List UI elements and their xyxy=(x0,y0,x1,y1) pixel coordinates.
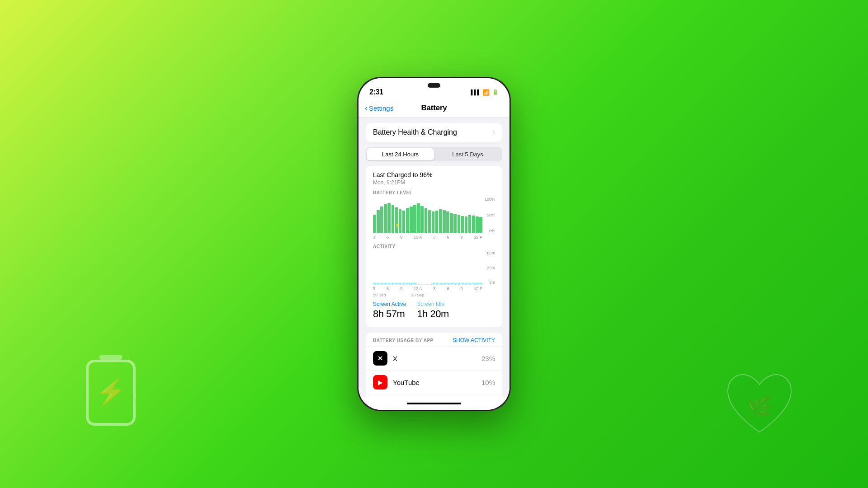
bg-battery-decoration: ⚡ xyxy=(84,353,138,429)
activity-bar-off-22 xyxy=(453,284,457,284)
battery-bar-20 xyxy=(446,211,449,233)
y-label-0m: 0m xyxy=(489,280,495,285)
x-label-12p: 12 P xyxy=(474,235,482,239)
battery-bar-2 xyxy=(380,206,383,233)
activity-bar-on-6 xyxy=(395,283,398,283)
x-label-6pm: 6 xyxy=(447,235,449,239)
y-label-100: 100% xyxy=(485,197,495,202)
usage-title: BATTERY USAGE BY APP xyxy=(373,338,434,343)
svg-text:🌿: 🌿 xyxy=(747,395,773,419)
x-label-12a: 12 A xyxy=(414,235,422,239)
battery-bar-1 xyxy=(377,210,380,233)
charging-marker: ⚡ xyxy=(395,223,400,228)
battery-level-chart: 100% 50% 0% ⚡ xyxy=(373,197,495,233)
screen-idle-value: 1h 20m xyxy=(417,308,448,320)
battery-bar-13 xyxy=(420,206,424,233)
activity-bar-on-9 xyxy=(406,283,409,283)
battery-bar-23 xyxy=(458,215,461,233)
battery-bar-26 xyxy=(468,215,472,233)
back-label[interactable]: Settings xyxy=(369,104,393,112)
activity-bar-on-18 xyxy=(439,283,442,283)
tab-24-hours[interactable]: Last 24 Hours xyxy=(367,148,434,160)
activity-bar-off-24 xyxy=(461,284,464,284)
battery-bar-21 xyxy=(450,213,453,233)
battery-bar-17 xyxy=(435,211,439,233)
activity-bar-on-8 xyxy=(402,283,406,283)
phone-frame: 2:31 ▌▌▌ 📶 🔋 ‹ Settings Battery Battery … xyxy=(357,77,511,411)
screen-active-stat: Screen Active 8h 57m xyxy=(373,301,406,320)
activity-bar-on-22 xyxy=(453,283,457,283)
battery-bar-27 xyxy=(472,216,475,233)
screen-idle-stat: Screen Idle 1h 20m xyxy=(417,301,448,320)
activity-bar-off-17 xyxy=(435,284,439,284)
activity-x-labels: 3 6 9 12 A 3 6 9 12 P xyxy=(373,286,495,291)
activity-bar-off-27 xyxy=(472,284,475,284)
activity-bar-on-29 xyxy=(479,283,482,283)
x-label-3am: 3 xyxy=(373,235,375,239)
dynamic-island xyxy=(428,83,440,88)
activity-bar-off-9 xyxy=(406,284,409,284)
activity-bar-off-23 xyxy=(458,284,461,284)
x-label-9am: 9 xyxy=(400,235,402,239)
activity-bar-on-11 xyxy=(413,283,416,283)
battery-health-row[interactable]: Battery Health & Charging › xyxy=(366,123,502,142)
battery-bar-5 xyxy=(392,205,395,233)
activity-bar-off-0 xyxy=(373,284,376,284)
x-app-name: X xyxy=(393,355,476,362)
last-charged-label: Last Charged to 96% xyxy=(373,171,495,178)
activity-bar-on-4 xyxy=(387,283,391,283)
activity-bar-off-3 xyxy=(384,284,387,284)
chevron-right-icon: › xyxy=(493,129,495,136)
app-row-x[interactable]: ✕ X 23% xyxy=(366,346,502,370)
activity-bar-off-25 xyxy=(465,284,468,284)
activity-bar-on-23 xyxy=(458,283,461,283)
scroll-content[interactable]: Battery Health & Charging › Last 24 Hour… xyxy=(359,117,509,397)
activity-bar-off-10 xyxy=(410,284,413,284)
back-chevron-icon: ‹ xyxy=(365,103,368,113)
x-app-icon: ✕ xyxy=(373,351,387,366)
navigation-bar: ‹ Settings Battery xyxy=(359,100,509,117)
activity-chart: 60m 30m 0m xyxy=(373,251,495,285)
activity-bar-off-6 xyxy=(395,284,398,284)
battery-usage-section: BATTERY USAGE BY APP SHOW ACTIVITY ✕ X 2… xyxy=(366,333,502,397)
activity-bar-on-16 xyxy=(432,283,435,283)
x-label-9pm: 9 xyxy=(460,235,462,239)
battery-bar-4 xyxy=(387,203,391,233)
activity-bar-off-2 xyxy=(380,284,383,284)
battery-bars xyxy=(373,197,482,233)
back-button[interactable]: ‹ Settings xyxy=(365,103,393,113)
battery-bar-29 xyxy=(479,217,482,233)
activity-bar-on-19 xyxy=(443,283,446,283)
screen-stats: Screen Active 8h 57m Screen Idle 1h 20m xyxy=(373,301,495,322)
activity-bar-on-1 xyxy=(377,283,380,283)
tab-5-days[interactable]: Last 5 Days xyxy=(434,148,501,160)
signal-icon: ▌▌▌ xyxy=(471,89,480,95)
activity-bar-off-20 xyxy=(446,284,449,284)
activity-bar-off-26 xyxy=(468,284,472,284)
svg-text:⚡: ⚡ xyxy=(95,377,127,407)
battery-y-labels: 100% 50% 0% xyxy=(485,197,495,233)
battery-health-label: Battery Health & Charging xyxy=(373,128,457,136)
activity-bar-off-5 xyxy=(392,284,395,284)
battery-bar-19 xyxy=(443,210,446,233)
act-x-12a: 12 A xyxy=(414,286,422,291)
show-activity-button[interactable]: SHOW ACTIVITY xyxy=(453,337,495,343)
x-label-6am: 6 xyxy=(387,235,389,239)
app-row-flipkart[interactable]: F Flipkart 9% xyxy=(366,394,502,397)
screen-idle-label: Screen Idle xyxy=(417,301,448,307)
activity-bar-off-28 xyxy=(476,284,479,284)
battery-bar-28 xyxy=(476,216,479,233)
battery-bar-12 xyxy=(417,203,420,233)
activity-bar-off-21 xyxy=(450,284,453,284)
youtube-app-icon: ▶ xyxy=(373,375,387,389)
activity-bar-off-19 xyxy=(443,284,446,284)
last-charged-time: Mon, 9:21PM xyxy=(373,179,495,186)
activity-chart-label: ACTIVITY xyxy=(373,244,495,249)
activity-bar-off-4 xyxy=(387,284,391,284)
home-indicator[interactable] xyxy=(359,397,509,410)
page-title: Battery xyxy=(421,103,447,113)
app-row-youtube[interactable]: ▶ YouTube 10% xyxy=(366,370,502,394)
act-x-9p: 9 xyxy=(460,286,462,291)
activity-bar-on-10 xyxy=(410,283,413,283)
activity-bar-off-8 xyxy=(402,284,406,284)
